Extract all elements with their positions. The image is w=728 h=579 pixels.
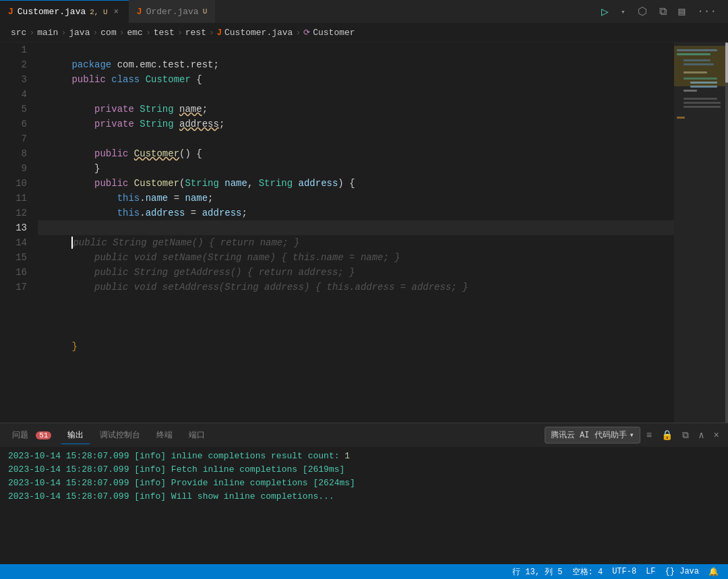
ln-5: 5 xyxy=(5,102,27,117)
svg-rect-12 xyxy=(677,117,685,119)
ln-6: 6 xyxy=(5,117,27,131)
panel-tab-terminal[interactable]: 终端 xyxy=(150,427,179,444)
code-line-16 xyxy=(38,309,674,324)
panel-copy-btn[interactable]: ⧉ xyxy=(679,429,692,442)
tab-customer-badges: 2, U xyxy=(90,8,107,16)
breadcrumb-src[interactable]: src xyxy=(11,28,26,38)
ln-17: 17 xyxy=(5,280,27,295)
breadcrumb-emc[interactable]: emc xyxy=(127,28,143,38)
breadcrumb-class-icon: ⟳ xyxy=(303,28,310,38)
panel-tab-problems[interactable]: 问题 51 xyxy=(5,427,58,444)
panel-lock-btn[interactable]: 🔒 xyxy=(658,428,676,442)
ghost-line-2: public String getAddress() { return addr… xyxy=(38,250,674,265)
debug-button[interactable]: ⬡ xyxy=(634,3,650,20)
ln-2: 2 xyxy=(5,57,27,72)
code-line-7: public Customer() { xyxy=(38,131,674,146)
ln-7: 7 xyxy=(5,131,27,146)
panel-tab-output[interactable]: 输出 xyxy=(61,427,90,444)
panel-close-btn[interactable]: × xyxy=(710,429,723,442)
problems-label: 问题 xyxy=(12,431,28,440)
svg-rect-2 xyxy=(684,59,710,61)
sep4: › xyxy=(119,28,125,38)
status-bar: 行 13, 列 5 空格: 4 UTF-8 LF {} Java 🔔 xyxy=(0,564,728,579)
breadcrumb-java[interactable]: java xyxy=(69,28,90,38)
minimap-scrollbar[interactable] xyxy=(725,42,728,423)
panel-tabs: 问题 51 输出 调试控制台 终端 端口 腾讯云 AI 代码助手 ▾ ≡ 🔒 ⧉… xyxy=(0,423,728,447)
split-editor-button[interactable]: ⧉ xyxy=(656,4,670,20)
panel-ai-section: 腾讯云 AI 代码助手 ▾ ≡ 🔒 ⧉ ∧ × xyxy=(545,427,723,444)
code-line-3 xyxy=(38,72,674,87)
ln-10: 10 xyxy=(5,176,27,191)
svg-rect-8 xyxy=(684,90,697,92)
panel-tab-debug[interactable]: 调试控制台 xyxy=(93,427,147,444)
status-spaces[interactable]: 空格: 4 xyxy=(568,566,607,578)
run-dropdown-button[interactable]: ▾ xyxy=(617,6,629,18)
code-editor[interactable]: package com.emc.test.rest; public class … xyxy=(32,42,674,423)
ai-dropdown-arrow: ▾ xyxy=(630,430,634,440)
panel-chevron-up[interactable]: ∧ xyxy=(695,428,707,442)
breadcrumb-main[interactable]: main xyxy=(37,28,58,38)
code-line-2: public class Customer { xyxy=(38,57,674,72)
panel-tab-port[interactable]: 端口 xyxy=(182,427,212,444)
ghost-line-1: public void setName(String name) { this.… xyxy=(38,235,674,250)
status-language-text: {} Java xyxy=(665,567,699,576)
sep1: › xyxy=(29,28,34,38)
run-button[interactable]: ▷ xyxy=(598,3,612,20)
tab-order[interactable]: J Order.java U xyxy=(129,0,215,23)
ai-dropdown[interactable]: 腾讯云 AI 代码助手 ▾ xyxy=(545,427,640,444)
ln-12: 12 xyxy=(5,206,27,220)
code-line-17: } xyxy=(38,324,674,339)
ln-15: 15 xyxy=(5,250,27,265)
status-line-col-text: 行 13, 列 5 xyxy=(512,566,562,578)
status-bell[interactable]: 🔔 xyxy=(704,567,723,577)
log-line-4: 2023-10-14 15:28:07.099 [info] Will show… xyxy=(8,490,720,504)
status-line-col[interactable]: 行 13, 列 5 xyxy=(508,566,566,578)
breadcrumb-rest[interactable]: rest xyxy=(185,28,206,38)
status-language[interactable]: {} Java xyxy=(661,567,703,576)
line-numbers: 1 2 3 4 5 6 7 8 9 10 11 12 13 14 15 16 1… xyxy=(0,42,32,423)
code-line-4: private String name; xyxy=(38,87,674,102)
log-line-1: 2023-10-14 15:28:07.099 [info] inline co… xyxy=(8,450,720,463)
tab-order-badges: U xyxy=(203,7,208,16)
breadcrumb-com[interactable]: com xyxy=(100,28,116,38)
ln-11: 11 xyxy=(5,191,27,206)
breadcrumb-class[interactable]: Customer xyxy=(313,28,355,38)
svg-rect-9 xyxy=(684,98,717,100)
code-line-14 xyxy=(38,280,674,295)
log-line-2: 2023-10-14 15:28:07.099 [info] Fetch inl… xyxy=(8,463,720,477)
status-right: 行 13, 列 5 空格: 4 UTF-8 LF {} Java 🔔 xyxy=(508,566,723,578)
code-line-1: package com.emc.test.rest; xyxy=(38,42,674,57)
panel-menu-btn[interactable]: ≡ xyxy=(643,429,655,442)
ln-14: 14 xyxy=(5,235,27,250)
output-label: 输出 xyxy=(67,431,84,440)
breadcrumb-j-icon: J xyxy=(217,28,222,38)
toolbar-actions: ▷ ▾ ⬡ ⧉ ▤ ··· xyxy=(590,3,728,20)
problems-badge: 51 xyxy=(36,431,51,439)
code-line-5: private String address; xyxy=(38,102,674,117)
port-label: 端口 xyxy=(189,431,205,440)
status-line-ending[interactable]: LF xyxy=(642,567,659,576)
breadcrumb-file[interactable]: Customer.java xyxy=(224,28,293,38)
sep6: › xyxy=(177,28,183,38)
panel-output: 2023-10-14 15:28:07.099 [info] inline co… xyxy=(0,447,728,564)
svg-rect-4 xyxy=(684,71,707,73)
tab-customer[interactable]: J Customer.java 2, U × xyxy=(0,0,129,23)
ln-8: 8 xyxy=(5,146,27,161)
status-encoding-text: UTF-8 xyxy=(612,567,636,576)
terminal-label: 终端 xyxy=(156,431,173,440)
status-encoding[interactable]: UTF-8 xyxy=(608,567,640,576)
layout-button[interactable]: ▤ xyxy=(675,3,689,20)
ln-4: 4 xyxy=(5,87,27,102)
svg-rect-11 xyxy=(684,106,721,108)
ln-16: 16 xyxy=(5,265,27,280)
tab-bar: J Customer.java 2, U × J Order.java U ▷ … xyxy=(0,0,728,24)
svg-rect-6 xyxy=(690,82,717,84)
minimap-thumb[interactable] xyxy=(725,42,728,83)
sep5: › xyxy=(146,28,151,38)
debug-label: 调试控制台 xyxy=(100,431,140,440)
breadcrumb-test[interactable]: test xyxy=(154,28,175,38)
tab-customer-close[interactable]: × xyxy=(112,6,121,18)
more-button[interactable]: ··· xyxy=(694,4,720,19)
svg-rect-0 xyxy=(677,49,717,51)
code-line-13: public String getName() { return name; } xyxy=(38,220,674,235)
